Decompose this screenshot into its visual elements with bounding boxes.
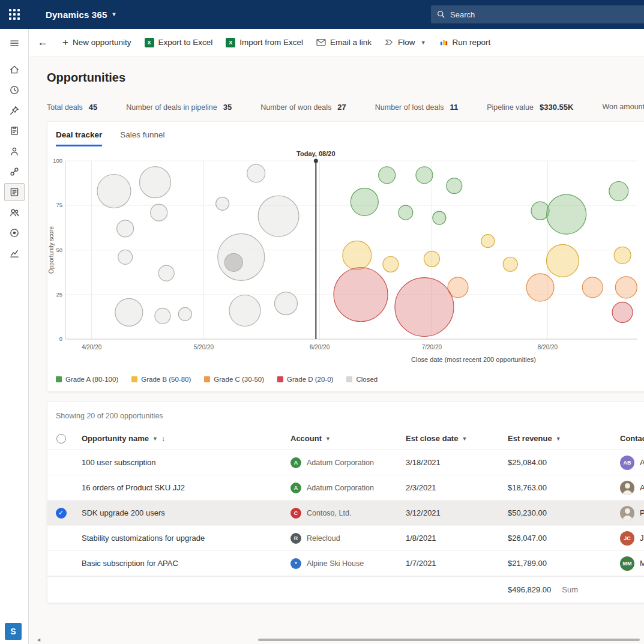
bubble-grade-a-80-100-[interactable] xyxy=(609,181,628,200)
brand-switcher[interactable]: Dynamics 365 ▼ xyxy=(46,10,117,20)
bubble-closed[interactable] xyxy=(229,295,260,326)
bubble-closed[interactable] xyxy=(97,174,131,208)
bubble-grade-a-80-100-[interactable] xyxy=(379,167,396,184)
app-launcher-waffle-icon[interactable] xyxy=(0,0,29,29)
sidebar-item-accounts[interactable] xyxy=(4,203,25,221)
contact-cell[interactable]: ABArc xyxy=(613,456,644,470)
bubble-grade-c-30-50-[interactable] xyxy=(615,277,637,298)
contact-cell[interactable]: Par xyxy=(613,506,644,520)
column-header-contact[interactable]: Contact xyxy=(613,434,644,443)
opportunity-name-cell[interactable]: Stability customizations for upgrade xyxy=(74,534,290,543)
opportunity-name-cell[interactable]: 100 user subscription xyxy=(74,458,290,467)
chevron-down-icon: ▼ xyxy=(111,11,116,17)
bubble-grade-b-50-80-[interactable] xyxy=(481,235,495,248)
select-all-checkbox[interactable] xyxy=(56,434,66,444)
scrollbar-thumb[interactable] xyxy=(258,639,640,641)
sidebar-item-opportunities[interactable] xyxy=(4,183,25,201)
bubble-closed[interactable] xyxy=(216,197,229,210)
export-to-excel-button[interactable]: X Export to Excel xyxy=(145,38,213,47)
bubble-grade-a-80-100-[interactable] xyxy=(399,205,413,220)
back-button[interactable]: ← xyxy=(37,36,48,49)
bubble-closed[interactable] xyxy=(117,220,134,237)
bubble-closed[interactable] xyxy=(178,307,191,320)
bubble-grade-a-80-100-[interactable] xyxy=(416,167,433,184)
bubble-closed[interactable] xyxy=(274,292,297,315)
opportunity-name-cell[interactable]: SDK upgrade 200 users xyxy=(74,508,290,517)
bubble-grade-d-20-0-[interactable] xyxy=(334,268,388,322)
column-header-est-close-date[interactable]: Est close date ▼ xyxy=(406,434,508,443)
table-row[interactable]: 100 user subscriptionAAdatum Corporation… xyxy=(47,450,644,475)
bubble-grade-d-20-0-[interactable] xyxy=(395,278,454,337)
table-row[interactable]: Stability customizations for upgradeRRel… xyxy=(47,526,644,551)
bubble-grade-b-50-80-[interactable] xyxy=(383,256,399,272)
bubble-grade-a-80-100-[interactable] xyxy=(433,211,446,224)
deal-tracker-chart[interactable]: 02550751004/20/205/20/206/20/207/20/208/… xyxy=(47,151,639,367)
flow-button[interactable]: Flow ▼ xyxy=(385,38,426,47)
sidebar-item-connections[interactable] xyxy=(4,163,25,181)
bubble-closed[interactable] xyxy=(247,164,265,182)
bubble-grade-d-20-0-[interactable] xyxy=(612,302,633,322)
sidebar-item-pinned[interactable] xyxy=(4,101,25,119)
bubble-closed[interactable] xyxy=(155,308,170,324)
bubble-grade-b-50-80-[interactable] xyxy=(546,244,579,277)
sidebar-item-recent[interactable] xyxy=(4,81,25,99)
sales-app-badge[interactable]: S xyxy=(5,623,22,640)
kpi-row: Total deals45Number of deals in pipeline… xyxy=(47,103,644,112)
global-search[interactable] xyxy=(431,5,644,23)
email-link-label: Email a link xyxy=(330,38,372,47)
hamburger-menu-icon[interactable] xyxy=(4,34,25,52)
sidebar-item-home[interactable] xyxy=(4,61,25,79)
bubble-closed[interactable] xyxy=(158,265,174,281)
bubble-closed[interactable] xyxy=(115,298,143,326)
bubble-closed[interactable] xyxy=(224,253,242,271)
column-header-est-revenue[interactable]: Est revenue ▼ xyxy=(508,434,613,443)
table-row[interactable]: ✓SDK upgrade 200 usersCContoso, Ltd.3/12… xyxy=(47,501,644,526)
tab-deal-tracker[interactable]: Deal tracker xyxy=(56,130,102,146)
account-cell[interactable]: RRelecloud xyxy=(290,533,406,544)
bubble-grade-c-30-50-[interactable] xyxy=(582,277,603,298)
top-bar: Dynamics 365 ▼ xyxy=(0,0,644,29)
row-selected-checkbox[interactable]: ✓ xyxy=(56,508,67,519)
account-cell[interactable]: AAdatum Corporation xyxy=(290,483,406,493)
pin-icon xyxy=(9,105,20,116)
sidebar-item-goals[interactable] xyxy=(4,224,25,242)
import-from-excel-button[interactable]: X Import from Excel xyxy=(226,38,303,47)
table-row[interactable]: Basic subscription for APAC*Alpine Ski H… xyxy=(47,551,644,576)
bubble-grade-b-50-80-[interactable] xyxy=(343,241,372,269)
contact-cell[interactable]: Am xyxy=(613,481,644,495)
bubble-closed[interactable] xyxy=(151,204,167,221)
contact-cell[interactable]: MMMa xyxy=(613,556,644,571)
bubble-grade-a-80-100-[interactable] xyxy=(351,188,378,215)
contact-name: Jan xyxy=(640,534,644,543)
sidebar-item-reports[interactable] xyxy=(4,244,25,262)
bubble-grade-b-50-80-[interactable] xyxy=(424,251,439,266)
tab-sales-funnel[interactable]: Sales funnel xyxy=(120,130,164,146)
new-opportunity-button[interactable]: + New opportunity xyxy=(62,37,131,49)
bubble-closed[interactable] xyxy=(139,167,170,198)
bubble-closed[interactable] xyxy=(118,250,133,264)
account-cell[interactable]: CContoso, Ltd. xyxy=(290,508,406,519)
account-cell[interactable]: *Alpine Ski House xyxy=(290,558,406,569)
column-header-opportunity-name[interactable]: Opportunity name ▼ ↓ xyxy=(74,434,290,443)
bubble-grade-c-30-50-[interactable] xyxy=(526,274,554,301)
bubble-closed[interactable] xyxy=(258,196,299,236)
home-icon xyxy=(9,64,20,75)
bubble-grade-a-80-100-[interactable] xyxy=(547,194,586,234)
run-report-button[interactable]: Run report xyxy=(439,38,491,47)
opportunity-name-cell[interactable]: Basic subscription for APAC xyxy=(74,559,290,568)
search-input[interactable] xyxy=(450,10,618,19)
svg-text:75: 75 xyxy=(56,202,62,208)
opportunity-name-cell[interactable]: 16 orders of Product SKU JJ2 xyxy=(74,483,290,492)
bubble-grade-b-50-80-[interactable] xyxy=(503,257,517,271)
sidebar-item-activities[interactable] xyxy=(4,122,25,140)
export-excel-icon: X xyxy=(145,38,154,47)
sidebar-item-contacts[interactable] xyxy=(4,142,25,160)
column-header-account[interactable]: Account ▼ xyxy=(290,434,406,443)
account-cell[interactable]: AAdatum Corporation xyxy=(290,457,406,468)
bubble-grade-a-80-100-[interactable] xyxy=(447,178,462,194)
table-row[interactable]: 16 orders of Product SKU JJ2AAdatum Corp… xyxy=(47,475,644,501)
contact-cell[interactable]: JCJan xyxy=(613,531,644,546)
bubble-grade-b-50-80-[interactable] xyxy=(614,247,631,263)
scroll-left-arrow[interactable]: ◄ xyxy=(36,637,41,642)
email-a-link-button[interactable]: Email a link xyxy=(316,38,372,47)
